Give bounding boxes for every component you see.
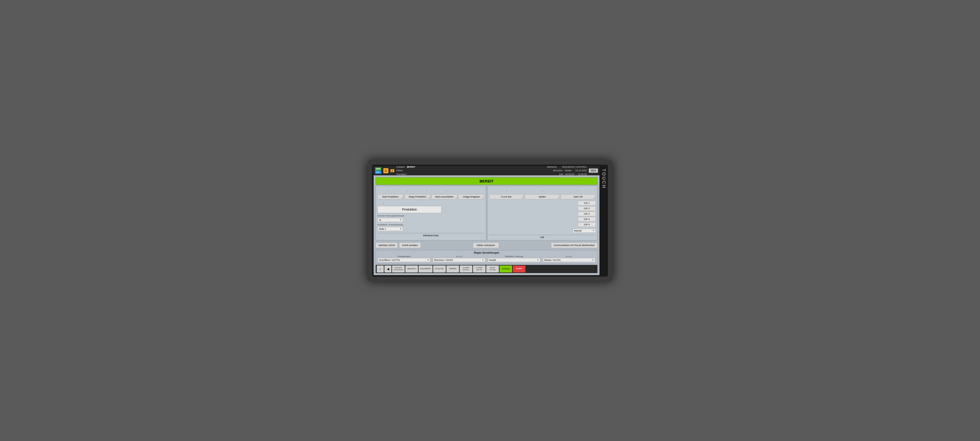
nav-flux-test[interactable]: FLUX Test [433, 266, 446, 272]
warn-badge: 1 [390, 169, 394, 172]
aktion-label: Aktion: [396, 169, 404, 172]
43yc01-value: Recovery / 43UI01 [434, 259, 453, 261]
cip3-btn[interactable]: CIP 3 [578, 212, 596, 216]
cip-btn-row: FLUX test 0 Spülen 0 Start CIP [489, 194, 596, 199]
cip1-btn[interactable]: CIP 1 [578, 201, 596, 205]
51yc01-value: Niveau / 41LT01 [544, 259, 561, 261]
anlage-entgasen-btn[interactable]: Anlage Entgasen 0 [458, 194, 484, 199]
51yc01-dropdown[interactable]: Niveau / 41LT01 ▼ [543, 258, 595, 262]
chevron-icon-2: ▼ [400, 228, 402, 230]
back-btn[interactable]: ◀ [384, 266, 391, 272]
ext-tank-section: Externer Tank angeschlossen Ja ▼ [377, 215, 484, 222]
cip-manual-dropdown[interactable]: Manual ▼ [573, 229, 596, 233]
abkuehlung-dropdown[interactable]: Dampf ▼ [488, 258, 540, 262]
ext-tank-value: Ja [379, 219, 381, 221]
nav-alarme-aktuell[interactable]: ALARME AKTUELL [460, 266, 473, 272]
cip-arrow-up-1: ↑ [506, 189, 508, 193]
nav-alarme-archiv[interactable]: ALARME ARCHIV [473, 266, 486, 272]
chevron-51yc01: ▼ [592, 259, 594, 261]
43yc01-label: 43YC01 [433, 256, 485, 258]
nav-kennung[interactable]: Kennung [500, 266, 512, 272]
nav-anlagen-steuerung[interactable]: ANLAGEN- STEUERUNG [392, 266, 405, 272]
kommunikation-btn[interactable]: Kommunikation mit ProLeit überbrücken [551, 242, 597, 248]
zulaufpumpen-label: Zulaufpumpen [378, 255, 430, 258]
chevron-icon: ▼ [400, 219, 402, 221]
benutzer-label: Benutzer: [553, 169, 563, 172]
top-right-info: Bildname: SEQUENCE CONTROL Benutzer: mas… [547, 166, 587, 176]
seq-label: SEQUENCE CONTROL [562, 166, 587, 168]
cip-panel: ↑ ↑ ↑ FLUX test 0 [487, 186, 598, 240]
start-cip-btn[interactable]: Start CIP 0 [561, 194, 596, 199]
prod-konz-dropdown[interactable]: Stufe 1 ▼ [377, 227, 403, 231]
ext-tank-label: Externer Tank angeschlossen [377, 215, 484, 217]
cip-arrow-up-3: ↑ [577, 189, 579, 193]
produktion-box-row: Produktion [377, 206, 484, 213]
panels-row: ↑ ↑ ↑ ↑ Start Produktion [375, 186, 597, 240]
nav-trends[interactable]: TRENDS [446, 266, 459, 272]
ext-tank-dropdown[interactable]: Ja ▼ [377, 218, 403, 222]
prod-konz-section: Produktion / Konzentrierung Stufe 1 ▼ [377, 224, 484, 231]
cip-manual-value: Manual [574, 229, 582, 232]
arrow-down-row: ↓ [377, 201, 484, 204]
51yc01-col: 51YC01 Niveau / 41LT01 ▼ [543, 256, 595, 262]
arrow-down-1: ↓ [383, 201, 384, 204]
touch-label: TOUCH [601, 166, 606, 275]
naechster-schritt-btn[interactable]: Nächster Schritt [375, 242, 398, 248]
zulaufpumpen-col: Zulaufpumpen Durchfluss / 41FT01 ▼ [378, 255, 430, 262]
stopp-produktion-btn[interactable]: Stopp Produktion 0 [404, 194, 431, 199]
spuelen-btn[interactable]: Spülen 0 [525, 194, 560, 199]
regler-title: Regler Einstellungen [378, 252, 595, 254]
arrow-up-2: ↑ [406, 189, 407, 193]
start-ausschieben-btn[interactable]: Start Ausschieben 0 [431, 194, 457, 199]
bildname-label: Bildname: [547, 166, 557, 168]
bottom-nav: ⌂ ◀ ANLAGEN- STEUERUNG Übersicht 1 SOLLW… [375, 265, 597, 273]
zustand-label: Zustand: [396, 166, 405, 168]
cs-badge: CS [375, 171, 381, 174]
stp-cs-badges: STP CS [375, 167, 381, 174]
prod-konz-label: Produktion / Konzentrierung [377, 224, 484, 226]
cip2-btn[interactable]: CIP 2 [578, 206, 596, 211]
produktion-panel-label: PRODUKTION [377, 233, 484, 237]
nav-setup-system[interactable]: SETUP SYSTEM [486, 266, 499, 272]
43yc01-dropdown[interactable]: Recovery / 43UI01 ▼ [433, 258, 485, 262]
middle-row: Nächster Schritt Schritt anhalten Zähler… [375, 241, 597, 249]
date-value: 13.12.2022 [575, 169, 587, 172]
produktion-box[interactable]: Produktion [377, 206, 442, 213]
cip4-btn[interactable]: CIP 4 [578, 217, 596, 221]
zulaufpumpen-dropdown[interactable]: Durchfluss / 41FT01 ▼ [378, 258, 430, 262]
chevron-zulauf: ▼ [427, 259, 429, 261]
arrow-up-4: ↑ [445, 189, 447, 193]
arrow-up-1: ↑ [387, 189, 388, 193]
main-content: BEREIT ↑ ↑ ↑ ↑ [374, 175, 600, 275]
nav-stopp[interactable]: STOPP [513, 266, 525, 272]
cip-btn-col: CIP 1 CIP 2 CIP 3 CIP 4 CIP 5 Manual ▼ [573, 201, 596, 233]
cip-options-area: CIP 1 CIP 2 CIP 3 CIP 4 CIP 5 Manual ▼ [489, 201, 596, 233]
nav-sollwerte[interactable]: SOLLWERTE [418, 266, 433, 272]
cip5-btn[interactable]: CIP 5 [578, 222, 596, 227]
produktion-panel: ↑ ↑ ↑ ↑ Start Produktion [375, 186, 486, 240]
regler-row: Zulaufpumpen Durchfluss / 41FT01 ▼ 43YC0… [378, 255, 595, 262]
zulaufpumpen-value: Durchfluss / 41FT01 [379, 259, 400, 261]
zaehler-ruecksetzen-btn[interactable]: Zähler rücksetzen [473, 242, 499, 248]
prod-konz-value: Stufe 1 [379, 228, 386, 230]
cip-spacer [489, 201, 571, 233]
start-produktion-btn[interactable]: Start Produktion 0 [377, 194, 404, 199]
benutzer-value: master [565, 169, 572, 172]
regler-section: Regler Einstellungen Zulaufpumpen Durchf… [375, 250, 597, 264]
flux-test-btn[interactable]: FLUX test 0 [489, 194, 524, 199]
abkuehlung-label: Abkühlen / Heizung [488, 255, 540, 258]
status-bar: BEREIT [375, 177, 597, 185]
43yc01-col: 43YC01 Recovery / 43UI01 ▼ [433, 256, 485, 262]
cip-arrow-up-2: ↑ [542, 189, 543, 193]
arrow-up-3: ↑ [426, 189, 427, 193]
home-btn[interactable]: ⌂ [377, 266, 384, 272]
cip-panel-label: CIP [489, 235, 596, 239]
51yc01-label: 51YC01 [543, 256, 595, 258]
zeit-value: 00:00:00 [565, 173, 574, 175]
schritt-anhalten-btn[interactable]: Schritt anhalten [399, 242, 421, 248]
warning-icon[interactable]: ⚠ [383, 168, 388, 173]
chevron-43yc01: ▼ [482, 259, 484, 261]
gea-logo: GEA [589, 169, 598, 173]
nav-uebersicht1[interactable]: Übersicht 1 [405, 266, 418, 272]
arrow-row-up: ↑ ↑ ↑ ↑ [377, 188, 484, 193]
